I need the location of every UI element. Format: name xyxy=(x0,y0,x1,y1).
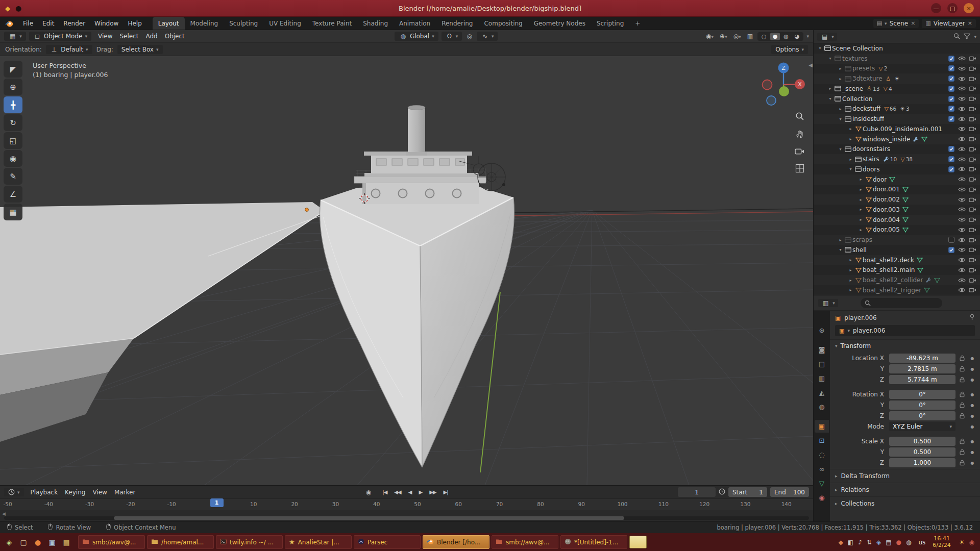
taskbar-window-twily-info[interactable]: twily.info ~/ ... xyxy=(216,535,283,549)
tweak-select-tool[interactable]: ◤ xyxy=(4,61,22,78)
outliner-row[interactable]: ▸boat_shell2_collider xyxy=(814,275,980,285)
viewport-menu-select[interactable]: Select xyxy=(116,33,142,40)
expand-arrow-icon[interactable]: ▸ xyxy=(857,217,864,222)
panel-collections[interactable]: ▸Collections xyxy=(830,496,980,510)
axis-y-ball[interactable] xyxy=(779,86,789,96)
properties-search-input[interactable] xyxy=(874,300,925,306)
exclude-checkbox[interactable] xyxy=(946,136,957,142)
hide-eye-toggle[interactable] xyxy=(957,177,967,182)
outliner-row[interactable]: ▾Scene Collection xyxy=(814,43,980,54)
jump-to-next-keyframe-button[interactable]: ▶▶ xyxy=(426,489,439,495)
hide-eye-toggle[interactable] xyxy=(957,76,967,82)
outliner-row[interactable]: ▾textures xyxy=(814,54,980,64)
drag-value-selector[interactable]: Select Box▾ xyxy=(117,45,163,54)
usb-tray-icon[interactable]: ◍ xyxy=(906,539,911,546)
transform-y-field[interactable]: 2.7815 m xyxy=(889,364,955,373)
outliner-row[interactable]: ▸_scene♙13▽4 xyxy=(814,84,980,94)
lock-icon[interactable] xyxy=(958,355,967,361)
play-reverse-button[interactable]: ◀ xyxy=(405,489,415,495)
workspace-tab-texture-paint[interactable]: Texture Paint xyxy=(307,17,357,30)
window-titlebar[interactable]: ◆ ● Blender [/home/amalie/Desktop/blende… xyxy=(0,0,980,17)
hide-eye-toggle[interactable] xyxy=(957,86,967,92)
expand-arrow-icon[interactable]: ▾ xyxy=(837,117,844,121)
timeline-scrollbar[interactable] xyxy=(114,516,624,520)
expand-arrow-icon[interactable]: ▸ xyxy=(847,278,854,283)
window-menu-icon[interactable]: ● xyxy=(15,4,21,12)
pin-id-icon[interactable] xyxy=(969,314,975,322)
exclude-checkbox[interactable] xyxy=(946,187,957,192)
timeline-track-area[interactable]: ◀ xyxy=(0,510,813,521)
taskbar-window-untitled-1[interactable]: *[Untitled]-1... xyxy=(560,535,627,549)
outliner-row[interactable]: ▸presets▽2 xyxy=(814,64,980,74)
outliner-row[interactable]: ▸door.003 xyxy=(814,205,980,215)
3d-viewport[interactable]: User Perspective (1) boaring | player.00… xyxy=(0,56,813,485)
scale-tool[interactable]: ◱ xyxy=(4,132,22,149)
transform-location-x-field[interactable]: -89.623 m xyxy=(889,354,955,363)
hide-eye-toggle[interactable] xyxy=(957,166,967,172)
disable-render-toggle[interactable] xyxy=(967,76,978,82)
exclude-checkbox[interactable] xyxy=(946,267,957,273)
hide-eye-toggle[interactable] xyxy=(957,126,967,132)
hide-eye-toggle[interactable] xyxy=(957,146,967,152)
animate-toggle[interactable]: ● xyxy=(969,392,976,397)
exclude-checkbox[interactable] xyxy=(946,217,957,222)
viewport-canvas[interactable] xyxy=(0,56,813,485)
taskbar-window-parsec[interactable]: Parsec xyxy=(354,535,421,549)
hide-eye-toggle[interactable] xyxy=(957,237,967,243)
hide-eye-toggle[interactable] xyxy=(957,187,967,192)
auto-keying-toggle[interactable]: ◉ xyxy=(366,489,376,496)
lock-icon[interactable] xyxy=(958,413,967,419)
maximize-button[interactable]: ▢ xyxy=(947,3,958,13)
expand-arrow-icon[interactable]: ▾ xyxy=(817,46,823,51)
timeline-menu-view[interactable]: View xyxy=(89,489,110,496)
workspace-tab-animation[interactable]: Animation xyxy=(394,17,436,30)
hide-eye-toggle[interactable] xyxy=(957,65,967,71)
scene-selector[interactable]: ▤ ▾ Scene × xyxy=(873,19,919,28)
outliner-row[interactable]: ▸door.001 xyxy=(814,185,980,195)
outliner-row[interactable]: ▸Cube.009_insidemain.001 xyxy=(814,124,980,134)
exclude-checkbox[interactable] xyxy=(946,166,957,172)
lock-icon[interactable] xyxy=(958,366,967,372)
annotate-tool[interactable]: ✎ xyxy=(4,168,22,185)
outliner-row[interactable]: ▾insidestuff xyxy=(814,114,980,124)
properties-tab-render[interactable]: ◙ xyxy=(815,343,829,356)
hide-eye-toggle[interactable] xyxy=(957,136,967,142)
minimize-button[interactable]: — xyxy=(931,3,941,13)
hide-eye-toggle[interactable] xyxy=(957,56,967,62)
filter-funnel-icon[interactable] xyxy=(964,32,970,41)
exclude-checkbox[interactable] xyxy=(946,247,957,253)
axis-negx-ball[interactable] xyxy=(763,80,772,90)
weather-tray-icon[interactable]: ☀ xyxy=(959,539,965,546)
menu-file[interactable]: File xyxy=(18,17,38,30)
transform-z-field[interactable]: 1.000 xyxy=(889,458,955,467)
hide-eye-toggle[interactable] xyxy=(957,267,967,273)
hide-eye-toggle[interactable] xyxy=(957,106,967,112)
lock-icon[interactable] xyxy=(958,391,967,397)
disable-render-toggle[interactable] xyxy=(967,278,978,283)
expand-arrow-icon[interactable]: ▸ xyxy=(847,268,854,272)
hide-eye-toggle[interactable] xyxy=(957,217,967,222)
workspace-tab-shading[interactable]: Shading xyxy=(357,17,394,30)
frame-end-field[interactable]: End100 xyxy=(770,487,809,497)
outliner-row[interactable]: ▸door.005 xyxy=(814,225,980,235)
disable-render-toggle[interactable] xyxy=(967,65,978,71)
outliner-row[interactable]: ▸boat_shell2_trigger xyxy=(814,285,980,295)
disable-render-toggle[interactable] xyxy=(967,166,978,172)
exclude-checkbox[interactable] xyxy=(946,237,957,243)
transform-mode-field[interactable]: XYZ Euler▾ xyxy=(889,422,955,431)
messages-tray-icon[interactable]: ◧ xyxy=(848,539,853,546)
expand-arrow-icon[interactable]: ▸ xyxy=(847,288,854,292)
disable-render-toggle[interactable] xyxy=(967,96,978,102)
lock-icon[interactable] xyxy=(958,377,967,383)
animate-toggle[interactable]: ● xyxy=(969,461,976,465)
outliner-row[interactable]: ▸scraps xyxy=(814,235,980,245)
expand-arrow-icon[interactable]: ▸ xyxy=(857,207,864,212)
exclude-checkbox[interactable] xyxy=(946,197,957,203)
transform-z-field[interactable]: 5.7744 m xyxy=(889,375,955,384)
properties-tab-scene[interactable]: ◭ xyxy=(815,386,829,399)
transform-panel-header[interactable]: ▾ Transform xyxy=(830,339,980,352)
add-cube-tool[interactable]: ▦ xyxy=(4,204,22,220)
disable-render-toggle[interactable] xyxy=(967,227,978,233)
transform-z-field[interactable]: 0° xyxy=(889,411,955,420)
taskbar-clock[interactable]: 16:41 6/2/24 xyxy=(929,536,953,548)
